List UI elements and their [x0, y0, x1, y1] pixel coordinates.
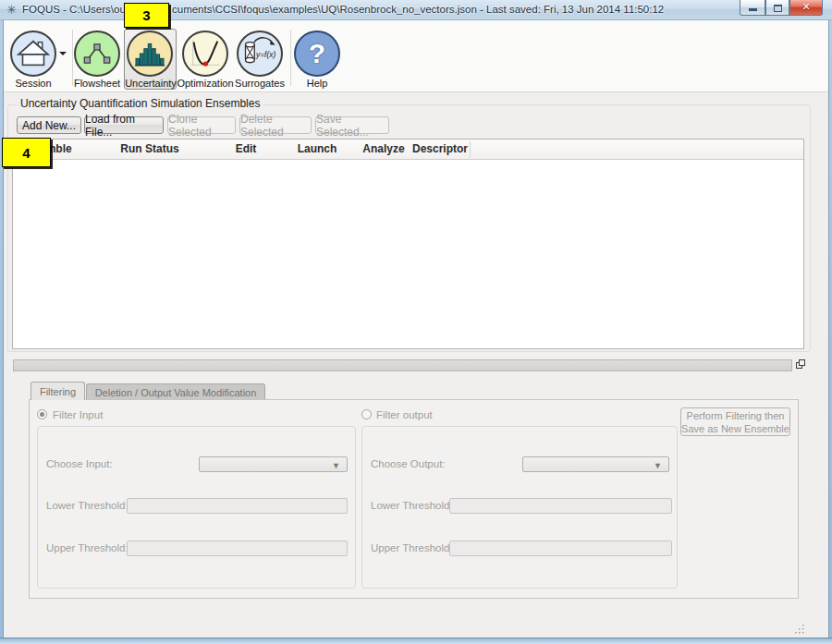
toolbar-button-flowsheet[interactable] — [74, 30, 120, 77]
ensembles-group-label: Uncertainty Quantification Simulation En… — [17, 97, 263, 110]
choose-output-label: Choose Output: — [371, 458, 446, 469]
optimization-icon — [184, 30, 226, 77]
toolbar-label-uncertainty: Uncertainty — [125, 78, 177, 89]
minimize-button[interactable] — [740, 0, 765, 16]
filter-output-radio-label: Filter output — [376, 409, 433, 420]
toolbar-label-surrogates: Surrogates — [235, 78, 285, 89]
chevron-down-icon: ▼ — [654, 461, 662, 470]
filter-input-radio-label: Filter Input — [53, 409, 103, 420]
toolbar-separator — [72, 30, 73, 86]
flowsheet-icon — [76, 30, 118, 77]
close-button[interactable]: ✕ — [789, 0, 823, 16]
surrogates-formula-text: y=f(x) — [255, 50, 275, 59]
toolbar-button-help[interactable]: ? — [294, 30, 340, 77]
dock-title-bar[interactable] — [13, 359, 792, 371]
window-border-left — [0, 0, 4, 644]
load-from-file-button[interactable]: Load from File... — [84, 116, 164, 134]
annotation-box-3: 3 — [124, 3, 169, 28]
output-lower-threshold-field — [449, 498, 672, 514]
input-upper-threshold-label: Upper Threshold: — [46, 542, 128, 553]
clone-selected-button: Clone Selected — [167, 116, 236, 134]
add-new-button[interactable]: Add New... — [17, 116, 81, 134]
input-lower-threshold-field — [127, 498, 348, 514]
tab-filtering: Filtering — [31, 382, 85, 400]
toolbar-label-flowsheet: Flowsheet — [74, 78, 120, 89]
load-from-file-button-label: Load from File... — [85, 113, 163, 139]
toolbar-button-session[interactable] — [10, 30, 56, 77]
input-upper-threshold-field — [127, 541, 348, 556]
question-mark-icon: ? — [309, 32, 325, 75]
ensemble-table-body — [13, 160, 803, 348]
annotation-box-4: 4 — [2, 138, 51, 167]
maximize-button[interactable] — [765, 0, 789, 16]
delete-selected-button: Delete Selected — [239, 116, 312, 134]
window-title-right: cuments\CCSI\foqus\examples\UQ\Rosenbroc… — [172, 4, 664, 15]
app-icon: ✳ — [6, 3, 17, 17]
column-header-edit: Edit — [236, 142, 257, 155]
delete-selected-button-label: Delete Selected — [240, 113, 311, 139]
foqus-window: ✳ FOQUS - C:\Users\ou3.T cuments\CCSI\fo… — [0, 0, 832, 644]
column-separator — [470, 141, 471, 158]
toolbar-button-uncertainty[interactable] — [127, 30, 173, 77]
session-dropdown-icon[interactable] — [59, 52, 67, 55]
filter-output-radio — [361, 409, 372, 419]
toolbar-label-optimization: Optimization — [177, 78, 233, 89]
resize-grip-icon[interactable] — [791, 621, 806, 639]
choose-input-dropdown: ▼ — [199, 456, 348, 472]
window-border-bottom — [0, 638, 832, 644]
chevron-down-icon: ▼ — [332, 461, 340, 470]
surrogates-icon: y=f(x) — [239, 30, 281, 77]
tab-deletion-label: Deletion / Output Value Modification — [95, 387, 257, 398]
maximize-icon — [774, 5, 782, 12]
column-header-launch: Launch — [298, 142, 337, 155]
choose-input-label: Choose Input: — [46, 458, 113, 469]
tab-filtering-label: Filtering — [40, 386, 76, 397]
output-lower-threshold-label: Lower Threshold: — [371, 500, 453, 511]
float-window-icon — [794, 358, 807, 371]
toolbar-separator — [290, 30, 291, 86]
save-selected-button-label: Save Selected... — [316, 113, 388, 139]
clone-selected-button-label: Clone Selected — [168, 113, 235, 139]
annotation-box-4-label: 4 — [22, 145, 30, 161]
column-header-analyze: Analyze — [362, 142, 404, 155]
perform-filtering-button-line2: Save as New Ensemble — [681, 422, 789, 435]
ensemble-table[interactable]: Ensemble Run Status Edit Launch Analyze … — [12, 139, 804, 349]
output-upper-threshold-field — [449, 541, 672, 556]
histogram-icon — [128, 30, 171, 77]
close-icon: ✕ — [801, 0, 810, 14]
toolbar-label-session: Session — [15, 78, 51, 89]
filter-input-radio — [37, 409, 47, 419]
perform-filtering-button: Perform Filtering then Save as New Ensem… — [680, 407, 790, 436]
toolbar-button-surrogates[interactable]: y=f(x) — [237, 30, 283, 77]
column-header-run-status: Run Status — [120, 142, 178, 155]
input-lower-threshold-label: Lower Threshold: — [46, 500, 128, 511]
column-header-descriptor: Descriptor — [412, 142, 468, 155]
minimize-icon — [749, 8, 757, 11]
home-icon — [12, 30, 55, 77]
toolbar-button-optimization[interactable] — [182, 30, 228, 77]
window-border-right — [828, 0, 832, 644]
tab-deletion-output-modification: Deletion / Output Value Modification — [86, 383, 265, 400]
annotation-box-3-label: 3 — [142, 7, 150, 23]
toolbar-label-help: Help — [307, 78, 328, 89]
choose-output-dropdown: ▼ — [522, 456, 669, 472]
dock-float-button[interactable] — [794, 358, 807, 371]
add-new-button-label: Add New... — [22, 119, 76, 132]
output-upper-threshold-label: Upper Threshold: — [371, 542, 453, 553]
perform-filtering-button-line1: Perform Filtering then — [687, 409, 785, 422]
save-selected-button: Save Selected... — [315, 116, 389, 134]
ensemble-table-header: Ensemble Run Status Edit Launch Analyze … — [13, 140, 803, 160]
